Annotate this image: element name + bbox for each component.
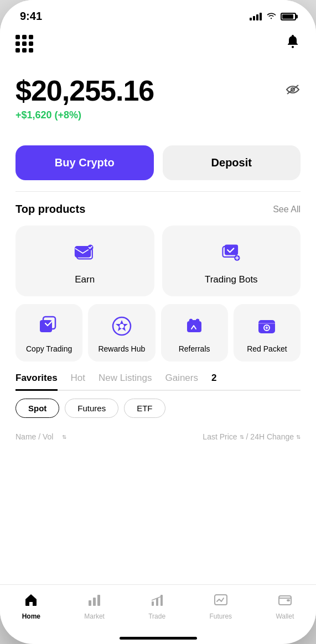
wallet-icon <box>278 593 292 610</box>
status-bar: 9:41 <box>0 0 316 27</box>
svg-rect-10 <box>40 320 52 332</box>
trading-bots-card[interactable]: Trading Bots <box>162 226 301 296</box>
trading-bots-label: Trading Bots <box>205 274 258 285</box>
nav-wallet[interactable]: Wallet <box>276 593 294 620</box>
signal-icon <box>250 13 262 20</box>
balance-amount: $20,255.16 <box>15 74 154 107</box>
app-header <box>0 27 316 60</box>
trading-bots-icon <box>217 239 246 268</box>
home-label: Home <box>22 612 40 620</box>
sort-icon-name[interactable]: ⇅ <box>62 434 66 440</box>
rewards-hub-label: Rewards Hub <box>98 344 145 354</box>
filter-etf[interactable]: ETF <box>124 399 165 418</box>
referrals-card[interactable]: Referrals <box>161 304 228 362</box>
tab-new-listings[interactable]: New Listings <box>99 373 152 391</box>
sort-icon-change[interactable]: ⇅ <box>296 434 301 440</box>
filter-spot[interactable]: Spot <box>15 399 59 418</box>
red-packet-label: Red Packet <box>247 344 287 354</box>
referrals-icon <box>182 314 206 338</box>
large-product-cards: Earn Trading Bots <box>15 226 301 296</box>
sort-icon-price[interactable]: ⇅ <box>240 434 244 440</box>
balance-change: +$1,620 (+8%) <box>15 109 301 121</box>
see-all-button[interactable]: See All <box>273 205 301 214</box>
copy-trading-card[interactable]: Copy Trading <box>15 304 82 362</box>
table-header: Name / Vol ⇅ Last Price ⇅ / 24H Change ⇅ <box>15 427 301 447</box>
rewards-hub-icon <box>110 314 134 338</box>
copy-trading-icon <box>37 314 61 338</box>
table-col-24h-change: / 24H Change <box>246 432 294 441</box>
nav-home[interactable]: Home <box>22 593 40 620</box>
referrals-label: Referrals <box>179 344 210 354</box>
svg-rect-24 <box>152 601 154 606</box>
earn-card[interactable]: Earn <box>15 226 154 296</box>
action-buttons: Buy Crypto Deposit <box>15 145 301 180</box>
nav-futures[interactable]: Futures <box>209 593 232 620</box>
svg-rect-30 <box>287 599 290 601</box>
red-packet-card[interactable]: Red Packet <box>234 304 301 362</box>
buy-crypto-button[interactable]: Buy Crypto <box>15 145 154 180</box>
status-icons <box>250 12 296 21</box>
svg-rect-23 <box>97 595 100 606</box>
wifi-icon <box>266 12 276 21</box>
divider <box>15 191 301 192</box>
svg-rect-21 <box>89 600 91 606</box>
svg-rect-28 <box>215 595 227 605</box>
status-time: 9:41 <box>20 10 42 23</box>
market-icon <box>87 593 102 610</box>
table-col-name-vol: Name / Vol <box>15 432 53 441</box>
nav-trade[interactable]: Trade <box>148 593 165 620</box>
filter-futures[interactable]: Futures <box>65 399 118 418</box>
svg-rect-25 <box>156 598 158 606</box>
trade-label: Trade <box>148 612 165 620</box>
filter-row: Spot Futures ETF <box>15 399 301 418</box>
small-product-cards: Copy Trading Rewards Hub <box>15 304 301 362</box>
market-label: Market <box>84 612 105 620</box>
futures-icon <box>214 593 228 610</box>
hide-balance-icon[interactable] <box>285 83 301 98</box>
tab-hot[interactable]: Hot <box>71 373 85 391</box>
svg-point-0 <box>292 46 294 48</box>
nav-market[interactable]: Market <box>84 593 105 620</box>
tab-gainers[interactable]: Gainers <box>165 373 198 391</box>
trade-icon <box>150 593 164 610</box>
top-products-header: Top products See All <box>15 203 301 216</box>
market-tabs: Favorites Hot New Listings Gainers 2 <box>15 373 301 391</box>
earn-label: Earn <box>75 274 95 285</box>
main-content: $20,255.16 +$1,620 (+8%) Buy Crypto Depo… <box>0 60 316 584</box>
home-icon <box>24 593 38 610</box>
grid-menu-icon[interactable] <box>15 35 33 53</box>
earn-icon <box>70 239 99 268</box>
svg-rect-8 <box>225 244 238 255</box>
svg-point-14 <box>120 324 124 328</box>
tab-favorites[interactable]: Favorites <box>15 373 58 391</box>
battery-icon <box>281 13 296 20</box>
balance-section: $20,255.16 +$1,620 (+8%) <box>15 65 301 132</box>
wallet-label: Wallet <box>276 612 294 620</box>
home-indicator <box>120 637 197 640</box>
table-col-last-price: Last Price <box>203 432 237 441</box>
futures-label: Futures <box>209 612 232 620</box>
notification-bell-icon[interactable] <box>285 34 301 53</box>
rewards-hub-card[interactable]: Rewards Hub <box>88 304 155 362</box>
deposit-button[interactable]: Deposit <box>163 145 301 180</box>
section-title: Top products <box>15 203 85 216</box>
tab-more[interactable]: 2 <box>211 373 216 391</box>
phone-frame: 9:41 <box>0 0 316 644</box>
bottom-nav: Home Market Trade <box>0 584 316 637</box>
copy-trading-label: Copy Trading <box>26 344 72 354</box>
red-packet-icon <box>255 314 279 338</box>
svg-rect-22 <box>93 598 96 606</box>
